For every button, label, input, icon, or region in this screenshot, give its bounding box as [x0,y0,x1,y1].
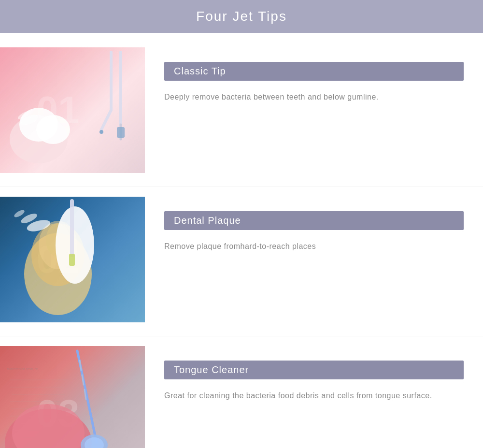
classic-tip-description: Deeply remove bacteria between teeth and… [164,90,464,104]
dental-plaque-label: Dental Plaque [164,211,464,230]
dental-plaque-image: 02 [0,197,145,322]
classic-tip-info: Classic Tip Deeply remove bacteria betwe… [145,47,483,119]
tongue-cleaner-label: Tongue Cleaner [164,361,464,379]
list-item: 02 [0,187,483,332]
dental-plaque-description: Remove plaque fromhard-to-reach places [164,240,464,254]
svg-point-2 [99,130,103,134]
classic-tip-image: 01 [0,47,145,173]
list-item: 03 [0,336,483,448]
page-title: Four Jet Tips [196,9,287,24]
list-item: 01 [0,38,483,183]
tongue-cleaner-image: 03 [0,346,145,448]
header-banner: Four Jet Tips [0,0,483,33]
svg-rect-19 [70,199,74,257]
svg-rect-5 [117,127,125,138]
svg-point-22 [12,404,85,448]
svg-point-15 [56,206,94,284]
svg-point-18 [13,209,26,219]
content-area: 01 [0,33,483,448]
svg-rect-20 [69,254,75,266]
dental-plaque-info: Dental Plaque Remove plaque fromhard-to-… [145,197,483,268]
classic-tip-label: Classic Tip [164,62,464,81]
tongue-cleaner-info: Tongue Cleaner Great for cleaning the ba… [145,346,483,418]
svg-line-1 [101,110,111,130]
tongue-cleaner-description: Great for cleaning the bacteria food deb… [164,389,464,403]
